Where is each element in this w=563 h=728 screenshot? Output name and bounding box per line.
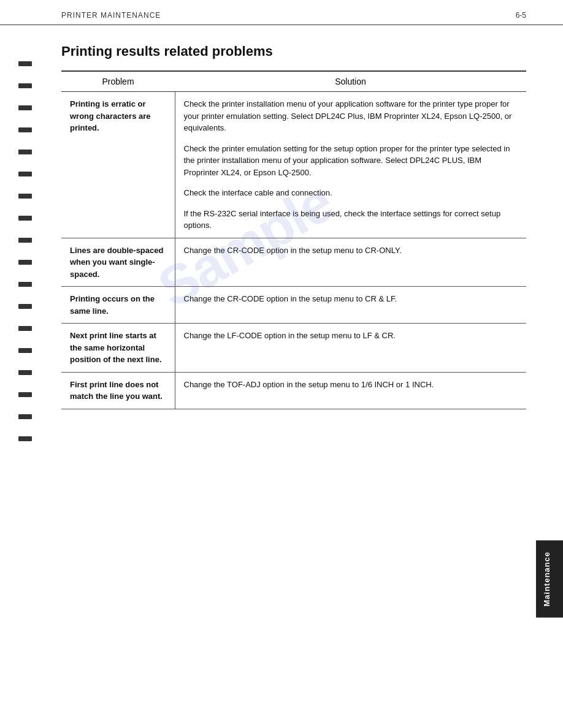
col-solution-header: Solution (175, 71, 526, 92)
table-row: Lines are double-spaced when you want si… (61, 238, 526, 287)
section-title: Printing results related problems (61, 44, 526, 59)
page: PRINTER MAINTENANCE 6-5 Sample Printing … (0, 0, 563, 728)
solution-para-2-1: Change the CR-CODE option in the setup m… (184, 245, 518, 257)
problem-cell-3: Printing occurs on the same line. (61, 287, 175, 324)
sidebar-maintenance-tab: Maintenance (536, 540, 563, 618)
table-header-row: Problem Solution (61, 71, 526, 92)
header-page: 6-5 (516, 11, 526, 20)
table-row: Printing is erratic or wrong characters … (61, 92, 526, 238)
solution-para-1-2: Check the printer emulation setting for … (184, 143, 518, 179)
problem-text-1: Printing is erratic or wrong characters … (70, 99, 151, 132)
solution-cell-2: Change the CR-CODE option in the setup m… (175, 238, 526, 287)
header-title: PRINTER MAINTENANCE (61, 11, 161, 20)
problems-table: Problem Solution Printing is erratic or … (61, 70, 526, 409)
solution-para-3-1: Change the CR-CODE option in the setup m… (184, 293, 518, 305)
solution-para-1-1: Check the printer installation menu of y… (184, 98, 518, 134)
solution-cell-1: Check the printer installation menu of y… (175, 92, 526, 238)
solution-para-1-3: Check the interface cable and connection… (184, 187, 518, 199)
content-area: Printing results related problems Proble… (0, 25, 563, 428)
solution-cell-5: Change the TOF-ADJ option in the setup m… (175, 372, 526, 409)
table-row: Printing occurs on the same line. Change… (61, 287, 526, 324)
solution-cell-4: Change the LF-CODE option in the setup m… (175, 324, 526, 373)
problem-text-3: Printing occurs on the same line. (70, 294, 155, 316)
problem-cell-1: Printing is erratic or wrong characters … (61, 92, 175, 238)
problem-cell-5: First print line does not match the line… (61, 372, 175, 409)
problem-cell-4: Next print line starts at the same horiz… (61, 324, 175, 373)
marker-18 (18, 436, 32, 441)
problem-text-2: Lines are double-spaced when you want si… (70, 246, 163, 279)
solution-para-1-4: If the RS-232C serial interface is being… (184, 208, 518, 232)
solution-para-4-1: Change the LF-CODE option in the setup m… (184, 330, 518, 342)
table-row: First print line does not match the line… (61, 372, 526, 409)
col-problem-header: Problem (61, 71, 175, 92)
problem-text-5: First print line does not match the line… (70, 380, 163, 401)
problem-text-4: Next print line starts at the same horiz… (70, 331, 162, 364)
problem-cell-2: Lines are double-spaced when you want si… (61, 238, 175, 287)
solution-cell-3: Change the CR-CODE option in the setup m… (175, 287, 526, 324)
page-header: PRINTER MAINTENANCE 6-5 (0, 0, 563, 25)
table-row: Next print line starts at the same horiz… (61, 324, 526, 373)
solution-para-5-1: Change the TOF-ADJ option in the setup m… (184, 379, 518, 391)
